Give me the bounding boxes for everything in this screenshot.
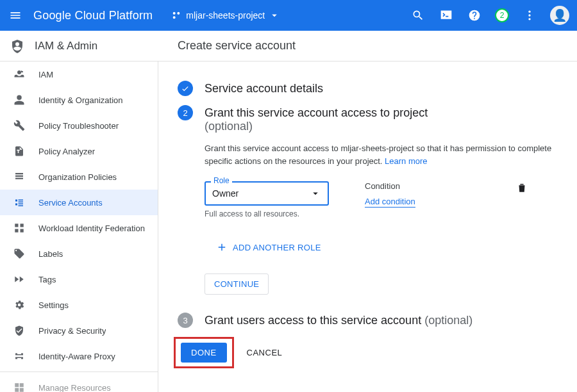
sidebar-item-iam[interactable]: IAM bbox=[0, 61, 158, 87]
step1-title: Service account details bbox=[205, 82, 558, 95]
sidebar-item-tags[interactable]: Tags bbox=[0, 266, 158, 292]
menu-icon[interactable] bbox=[8, 8, 23, 23]
sidebar-item-identity[interactable]: Identity & Organization bbox=[0, 87, 158, 113]
sidebar-item-label: Workload Identity Federation bbox=[38, 224, 145, 233]
learn-more-link[interactable]: Learn more bbox=[385, 156, 427, 166]
shield-icon bbox=[9, 38, 26, 54]
resources-icon bbox=[13, 381, 26, 392]
section-title: IAM & Admin bbox=[35, 40, 97, 53]
svg-rect-7 bbox=[15, 224, 18, 227]
svg-point-0 bbox=[174, 12, 176, 14]
sidebar-item-label: Manage Resources bbox=[38, 383, 111, 393]
more-icon[interactable] bbox=[522, 8, 537, 23]
done-highlight: DONE bbox=[174, 337, 234, 368]
add-another-role-button[interactable]: ADD ANOTHER ROLE bbox=[216, 241, 558, 253]
svg-rect-3 bbox=[442, 11, 451, 19]
step-2: 2 Grant this service account access to p… bbox=[178, 105, 558, 295]
gear-icon bbox=[13, 298, 26, 311]
cloud-shell-icon[interactable] bbox=[439, 8, 454, 23]
sidebar-item-label: Organization Policies bbox=[38, 172, 117, 182]
step2-title: Grant this service account access to pro… bbox=[205, 106, 558, 133]
role-row: Role Owner Full access to all resources.… bbox=[205, 181, 558, 218]
sidebar-item-label: Privacy & Security bbox=[38, 326, 106, 336]
subheader: IAM & Admin Create service account bbox=[0, 31, 577, 61]
sidebar-item-settings[interactable]: Settings bbox=[0, 292, 158, 318]
sidebar-item-label: Policy Analyzer bbox=[38, 147, 95, 156]
svg-point-5 bbox=[528, 14, 530, 16]
role-field: Role Owner Full access to all resources. bbox=[205, 181, 329, 218]
sidebar-item-label: Tags bbox=[38, 275, 56, 284]
role-label: Role bbox=[211, 176, 232, 185]
person-icon bbox=[13, 94, 26, 106]
step3-badge: 3 bbox=[178, 313, 193, 328]
done-row: DONE CANCEL bbox=[174, 337, 558, 368]
role-hint: Full access to all resources. bbox=[205, 209, 329, 218]
sidebar-item-label: IAM bbox=[38, 70, 53, 79]
product-name: Google Cloud Platform bbox=[33, 9, 153, 22]
step-done-icon bbox=[178, 81, 193, 96]
step2-badge: 2 bbox=[178, 105, 193, 120]
svg-rect-10 bbox=[21, 229, 24, 233]
sidebar-item-iap[interactable]: Identity-Aware Proxy bbox=[0, 343, 158, 369]
svg-point-1 bbox=[178, 12, 180, 14]
sidebar-item-manage-resources[interactable]: Manage Resources bbox=[0, 375, 158, 392]
step3-title: Grant users access to this service accou… bbox=[205, 314, 558, 327]
sidebar-item-label: Policy Troubleshooter bbox=[38, 121, 119, 131]
sidebar-item-labels[interactable]: Labels bbox=[0, 241, 158, 266]
sidebar-item-label: Identity & Organization bbox=[38, 95, 123, 105]
chevron-down-icon bbox=[269, 10, 280, 21]
document-icon bbox=[13, 145, 26, 158]
workload-icon bbox=[13, 222, 26, 234]
chevron-down-icon bbox=[310, 188, 321, 199]
role-value: Owner bbox=[212, 188, 238, 199]
tag-icon bbox=[13, 247, 26, 260]
iam-icon bbox=[13, 68, 26, 81]
step-3: 3 Grant users access to this service acc… bbox=[178, 313, 558, 328]
top-header: Google Cloud Platform mljar-sheets-proje… bbox=[0, 0, 577, 31]
sidebar-item-label: Settings bbox=[38, 300, 69, 310]
proxy-icon bbox=[13, 350, 26, 363]
svg-point-4 bbox=[528, 11, 530, 13]
add-condition-link[interactable]: Add condition bbox=[365, 197, 415, 208]
step2-description: Grant this service account access to mlj… bbox=[205, 142, 558, 167]
svg-rect-9 bbox=[15, 229, 18, 233]
header-actions: 2 👤 bbox=[410, 6, 569, 25]
condition-column: Condition Add condition bbox=[365, 181, 415, 206]
help-icon[interactable] bbox=[467, 8, 482, 23]
project-name: mljar-sheets-project bbox=[186, 10, 265, 20]
wrench-icon bbox=[13, 119, 26, 132]
condition-label: Condition bbox=[365, 181, 415, 191]
service-account-icon bbox=[13, 196, 26, 209]
done-button[interactable]: DONE bbox=[181, 343, 227, 363]
continue-button[interactable]: CONTINUE bbox=[205, 274, 269, 295]
sidebar-item-workload[interactable]: Workload Identity Federation bbox=[0, 215, 158, 241]
sidebar-item-service-accounts[interactable]: Service Accounts bbox=[0, 190, 158, 215]
notification-badge[interactable]: 2 bbox=[495, 8, 509, 22]
page-title: Create service account bbox=[158, 39, 296, 53]
sidebar-item-analyzer[interactable]: Policy Analyzer bbox=[0, 138, 158, 164]
svg-rect-8 bbox=[21, 224, 24, 227]
sidebar-item-troubleshooter[interactable]: Policy Troubleshooter bbox=[0, 113, 158, 138]
search-icon[interactable] bbox=[410, 8, 426, 23]
sidebar: IAM Identity & Organization Policy Troub… bbox=[0, 61, 158, 392]
sidebar-item-label: Identity-Aware Proxy bbox=[38, 352, 115, 361]
cancel-button[interactable]: CANCEL bbox=[247, 348, 283, 357]
main-content: Service account details 2 Grant this ser… bbox=[158, 61, 577, 392]
plus-icon bbox=[216, 241, 228, 253]
delete-icon[interactable] bbox=[515, 181, 528, 194]
avatar[interactable]: 👤 bbox=[550, 6, 569, 25]
sidebar-item-org-policies[interactable]: Organization Policies bbox=[0, 164, 158, 190]
step-1: Service account details bbox=[178, 81, 558, 96]
project-picker[interactable]: mljar-sheets-project bbox=[171, 10, 280, 21]
svg-point-6 bbox=[528, 18, 530, 20]
project-icon bbox=[171, 10, 182, 21]
tags-icon bbox=[13, 273, 26, 286]
shield-check-icon bbox=[13, 324, 26, 337]
list-icon bbox=[13, 170, 26, 183]
svg-point-2 bbox=[174, 17, 176, 19]
sidebar-item-label: Service Accounts bbox=[38, 198, 103, 208]
sidebar-item-privacy[interactable]: Privacy & Security bbox=[0, 318, 158, 343]
sidebar-item-label: Labels bbox=[38, 249, 63, 259]
